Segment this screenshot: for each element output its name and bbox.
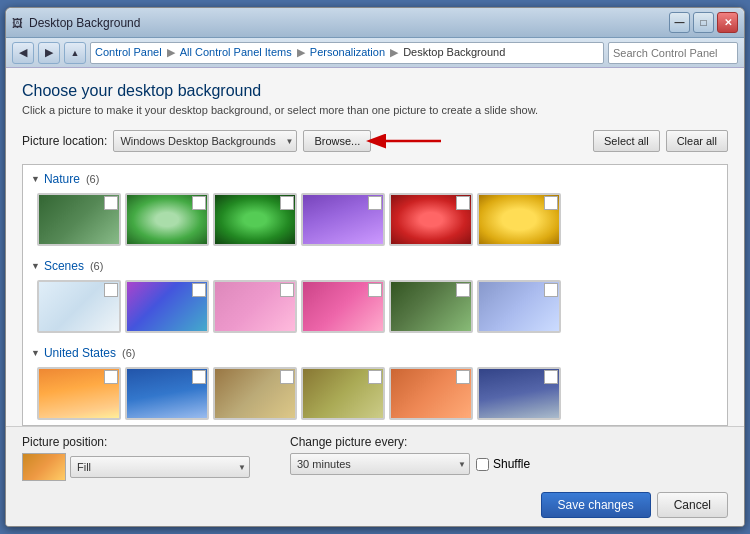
thumb-s2-check xyxy=(192,283,206,297)
thumb-n5[interactable] xyxy=(389,193,473,246)
category-nature-count: (6) xyxy=(86,173,99,185)
thumb-u3-check xyxy=(280,370,294,384)
picture-grid[interactable]: ▼ Nature (6) ▼ xyxy=(22,164,728,426)
thumb-s1[interactable] xyxy=(37,280,121,333)
position-dropdown-wrap: Fill Fit Stretch Tile Center ▼ xyxy=(70,456,250,478)
thumb-s2[interactable] xyxy=(125,280,209,333)
thumb-n4-check xyxy=(368,196,382,210)
close-button[interactable]: ✕ xyxy=(717,12,738,33)
position-controls: Fill Fit Stretch Tile Center ▼ xyxy=(22,453,250,481)
category-us: ▼ United States (6) xyxy=(29,343,721,426)
addressbar: ◀ ▶ ▲ Control Panel ▶ All Control Panel … xyxy=(6,38,744,68)
thumb-u1-check xyxy=(104,370,118,384)
thumb-n1-check xyxy=(104,196,118,210)
thumb-u1[interactable] xyxy=(37,367,121,420)
window-title: Desktop Background xyxy=(29,16,140,30)
main-content: Choose your desktop background Click a p… xyxy=(6,68,744,426)
forward-button[interactable]: ▶ xyxy=(38,42,60,64)
red-arrow-annotation xyxy=(381,126,451,156)
category-scenes-arrow: ▼ xyxy=(31,261,40,271)
change-controls: 30 minutes 1 hour 6 hours 1 day ▼ Shuffl… xyxy=(290,453,530,475)
category-nature-arrow: ▼ xyxy=(31,174,40,184)
thumb-n3-check xyxy=(280,196,294,210)
thumb-u6[interactable] xyxy=(477,367,561,420)
category-scenes-header[interactable]: ▼ Scenes (6) xyxy=(29,256,721,276)
change-label: Change picture every: xyxy=(290,435,530,449)
bottom-row1: Picture position: Fill Fit Stretch Tile … xyxy=(22,435,728,481)
page-title: Choose your desktop background xyxy=(22,82,728,100)
thumb-u4-check xyxy=(368,370,382,384)
thumb-s5-check xyxy=(456,283,470,297)
titlebar-buttons: — □ ✕ xyxy=(669,12,738,33)
back-button[interactable]: ◀ xyxy=(12,42,34,64)
picture-location-label: Picture location: xyxy=(22,134,107,148)
save-changes-button[interactable]: Save changes xyxy=(541,492,651,518)
picture-location-dropdown-wrap: Windows Desktop Backgrounds ▼ xyxy=(113,130,297,152)
thumb-n6[interactable] xyxy=(477,193,561,246)
category-nature: ▼ Nature (6) xyxy=(29,169,721,252)
thumb-n6-check xyxy=(544,196,558,210)
thumb-n2[interactable] xyxy=(125,193,209,246)
thumb-u5[interactable] xyxy=(389,367,473,420)
category-nature-name: Nature xyxy=(44,172,80,186)
grid-inner: ▼ Nature (6) ▼ xyxy=(23,165,727,426)
main-window: 🖼 Desktop Background — □ ✕ ◀ ▶ ▲ Control… xyxy=(5,7,745,527)
category-scenes-thumbnails xyxy=(29,276,721,339)
thumb-u4[interactable] xyxy=(301,367,385,420)
up-button[interactable]: ▲ xyxy=(64,42,86,64)
maximize-button[interactable]: □ xyxy=(693,12,714,33)
category-us-header[interactable]: ▼ United States (6) xyxy=(29,343,721,363)
thumb-u6-check xyxy=(544,370,558,384)
bottom-area: Picture position: Fill Fit Stretch Tile … xyxy=(6,426,744,526)
thumb-s6[interactable] xyxy=(477,280,561,333)
thumb-u5-check xyxy=(456,370,470,384)
position-section: Picture position: Fill Fit Stretch Tile … xyxy=(22,435,250,481)
shuffle-row: Shuffle xyxy=(476,457,530,471)
titlebar: 🖼 Desktop Background — □ ✕ xyxy=(6,8,744,38)
thumb-s6-check xyxy=(544,283,558,297)
select-all-button[interactable]: Select all xyxy=(593,130,660,152)
page-subtitle: Click a picture to make it your desktop … xyxy=(22,104,728,116)
category-scenes-count: (6) xyxy=(90,260,103,272)
category-us-name: United States xyxy=(44,346,116,360)
browse-button[interactable]: Browse... xyxy=(303,130,371,152)
thumb-n2-check xyxy=(192,196,206,210)
thumb-s3[interactable] xyxy=(213,280,297,333)
thumb-n1[interactable] xyxy=(37,193,121,246)
window-icon: 🖼 xyxy=(12,17,23,29)
change-section: Change picture every: 30 minutes 1 hour … xyxy=(290,435,530,475)
clear-all-button[interactable]: Clear all xyxy=(666,130,728,152)
change-dropdown-wrap: 30 minutes 1 hour 6 hours 1 day ▼ xyxy=(290,453,470,475)
thumb-n5-check xyxy=(456,196,470,210)
category-scenes-name: Scenes xyxy=(44,259,84,273)
thumb-u2-check xyxy=(192,370,206,384)
shuffle-checkbox[interactable] xyxy=(476,458,489,471)
minimize-button[interactable]: — xyxy=(669,12,690,33)
thumb-s3-check xyxy=(280,283,294,297)
category-nature-header[interactable]: ▼ Nature (6) xyxy=(29,169,721,189)
category-us-thumbnails xyxy=(29,363,721,426)
position-thumb-preview xyxy=(22,453,66,481)
thumb-u3[interactable] xyxy=(213,367,297,420)
thumb-s4[interactable] xyxy=(301,280,385,333)
category-us-count: (6) xyxy=(122,347,135,359)
category-scenes: ▼ Scenes (6) xyxy=(29,256,721,339)
thumb-n3[interactable] xyxy=(213,193,297,246)
position-select[interactable]: Fill Fit Stretch Tile Center xyxy=(70,456,250,478)
picture-location-select[interactable]: Windows Desktop Backgrounds xyxy=(113,130,297,152)
category-nature-thumbnails xyxy=(29,189,721,252)
change-select[interactable]: 30 minutes 1 hour 6 hours 1 day xyxy=(290,453,470,475)
position-label: Picture position: xyxy=(22,435,250,449)
breadcrumb-text: Control Panel ▶ All Control Panel Items … xyxy=(95,46,505,59)
breadcrumb: Control Panel ▶ All Control Panel Items … xyxy=(90,42,604,64)
cancel-button[interactable]: Cancel xyxy=(657,492,728,518)
thumb-s5[interactable] xyxy=(389,280,473,333)
thumb-s1-check xyxy=(104,283,118,297)
search-box[interactable] xyxy=(608,42,738,64)
thumb-u2[interactable] xyxy=(125,367,209,420)
search-input[interactable] xyxy=(613,47,733,59)
bottom-row2: Save changes Cancel xyxy=(22,492,728,518)
controls-row: Picture location: Windows Desktop Backgr… xyxy=(22,126,728,156)
shuffle-label: Shuffle xyxy=(493,457,530,471)
thumb-n4[interactable] xyxy=(301,193,385,246)
